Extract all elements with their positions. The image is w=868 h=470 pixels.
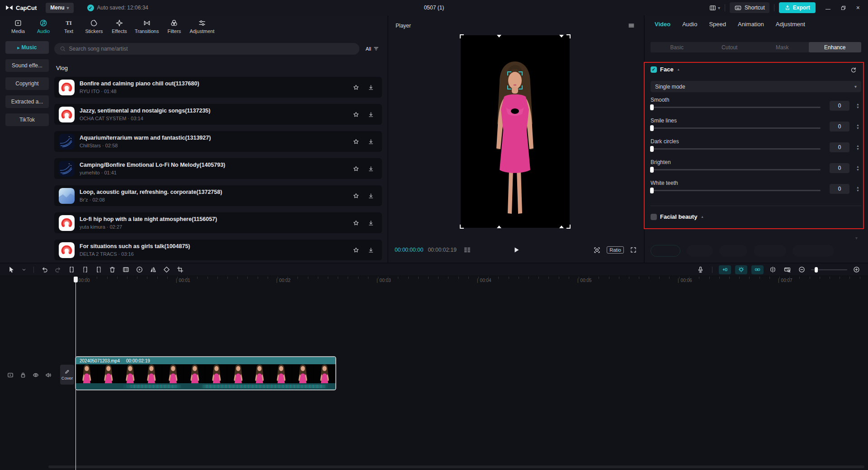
- split-button[interactable]: [66, 264, 77, 275]
- chevron-down-button[interactable]: [20, 266, 28, 274]
- selection-edge-handle[interactable]: [559, 35, 564, 38]
- collapsed-dropdown[interactable]: ▾: [651, 233, 861, 243]
- inspector-tab-video[interactable]: Video: [655, 21, 670, 28]
- song-row[interactable]: Jazzy, sentimental and nostalgic songs(1…: [54, 104, 382, 125]
- selection-corner-handle[interactable]: [566, 225, 571, 229]
- stepper-up-icon[interactable]: ▲: [856, 186, 859, 189]
- sidebar-item-copyright[interactable]: Copyright: [5, 77, 49, 90]
- preview-axis-button[interactable]: [768, 264, 778, 275]
- song-row[interactable]: Loop, acoustic guitar, refreshing. corpo…: [54, 185, 382, 206]
- download-button[interactable]: [366, 137, 376, 146]
- slider-thumb[interactable]: [650, 167, 654, 173]
- slider-track[interactable]: [651, 107, 821, 108]
- favorite-button[interactable]: [351, 110, 361, 119]
- preview-quality-button[interactable]: [592, 245, 602, 255]
- slider-thumb[interactable]: [650, 146, 654, 152]
- snapping-button[interactable]: [735, 265, 747, 274]
- stepper-down-icon[interactable]: ▼: [856, 189, 859, 192]
- inspector-subtab-basic[interactable]: Basic: [651, 42, 703, 52]
- song-row[interactable]: Bonfire and calming piano chill out(1137…: [54, 77, 382, 98]
- slider-value[interactable]: 0: [830, 184, 849, 194]
- stepper-up-icon[interactable]: ▲: [856, 124, 859, 127]
- media-tab-media[interactable]: Media: [6, 18, 30, 35]
- layout-button[interactable]: ▾: [709, 4, 720, 12]
- selection-corner-handle[interactable]: [566, 34, 571, 38]
- option-pill[interactable]: [754, 245, 786, 257]
- media-tab-filters[interactable]: Filters: [162, 18, 186, 35]
- favorite-button[interactable]: [351, 218, 361, 228]
- search-box[interactable]: [54, 43, 359, 55]
- track-height-button[interactable]: [782, 264, 793, 275]
- shortcut-button[interactable]: Shortcut: [730, 2, 769, 13]
- inspector-subtab-enhance[interactable]: Enhance: [809, 42, 862, 52]
- slider-track[interactable]: [651, 190, 821, 191]
- stepper-up-icon[interactable]: ▲: [856, 103, 859, 106]
- favorite-button[interactable]: [351, 164, 361, 174]
- time-ruler[interactable]: |00:00|00:01|00:02|00:03|00:04|00:05|00:…: [0, 277, 868, 287]
- favorite-button[interactable]: [351, 245, 361, 255]
- selection-edge-handle[interactable]: [497, 35, 501, 38]
- selection-corner-handle[interactable]: [460, 225, 464, 229]
- favorite-button[interactable]: [351, 83, 361, 92]
- slider-stepper[interactable]: ▲▼: [856, 122, 859, 132]
- freeze-frame-button[interactable]: [134, 264, 145, 275]
- favorite-button[interactable]: [351, 137, 361, 146]
- minimize-button[interactable]: [826, 5, 830, 11]
- linkage-button[interactable]: [751, 265, 764, 274]
- mirror-button[interactable]: [148, 264, 158, 275]
- download-button[interactable]: [366, 218, 376, 228]
- slider-thumb[interactable]: [650, 125, 654, 131]
- horizontal-scrollbar[interactable]: [48, 465, 864, 468]
- slider-value[interactable]: 0: [830, 122, 849, 132]
- slider-track[interactable]: [651, 169, 821, 170]
- cover-button[interactable]: Cover: [60, 365, 74, 385]
- inspector-tab-speed[interactable]: Speed: [709, 21, 726, 28]
- selection-edge-handle[interactable]: [497, 226, 501, 228]
- slider-track[interactable]: [651, 148, 821, 150]
- video-preview[interactable]: [461, 35, 570, 228]
- stepper-up-icon[interactable]: ▲: [856, 165, 859, 168]
- stepper-down-icon[interactable]: ▼: [856, 169, 859, 171]
- inspector-subtab-mask[interactable]: Mask: [756, 42, 809, 52]
- player-menu-button[interactable]: [626, 20, 637, 31]
- collapse-caret-icon[interactable]: ▴: [701, 215, 703, 219]
- selection-corner-handle[interactable]: [460, 34, 464, 38]
- inspector-tab-adjustment[interactable]: Adjustment: [776, 21, 805, 28]
- eye-button[interactable]: [31, 370, 41, 380]
- download-button[interactable]: [366, 191, 376, 201]
- collapse-caret-icon[interactable]: ▴: [678, 67, 679, 71]
- redo-button[interactable]: [53, 264, 63, 275]
- slider-stepper[interactable]: ▲▼: [856, 163, 859, 173]
- facial-beauty-checkbox[interactable]: [651, 214, 657, 220]
- download-button[interactable]: [366, 245, 376, 255]
- ratio-button[interactable]: Ratio: [607, 246, 624, 254]
- inspector-tab-audio[interactable]: Audio: [682, 21, 697, 28]
- song-row[interactable]: Aquarium/terrarium warm and fantastic(13…: [54, 131, 382, 152]
- media-tab-effects[interactable]: Effects: [108, 18, 131, 35]
- sidebar-item-extracted-a[interactable]: Extracted a...: [5, 95, 49, 108]
- sidebar-item-sound-effe[interactable]: Sound effe...: [5, 59, 49, 72]
- song-row[interactable]: Lo-fi hip hop with a late night atmosphe…: [54, 212, 382, 233]
- face-mode-select[interactable]: Single mode ▾: [651, 81, 861, 92]
- zoom-slider-thumb[interactable]: [815, 267, 818, 273]
- zoom-in-button[interactable]: [851, 264, 862, 275]
- option-pill[interactable]: [719, 245, 747, 257]
- slider-stepper[interactable]: ▲▼: [856, 184, 859, 194]
- select-tool-button[interactable]: [6, 264, 17, 275]
- slider-thumb[interactable]: [650, 188, 654, 193]
- search-input[interactable]: [69, 46, 354, 52]
- zoom-slider[interactable]: [811, 269, 847, 270]
- selection-edge-handle[interactable]: [559, 226, 564, 228]
- slider-track[interactable]: [651, 127, 821, 129]
- face-checkbox[interactable]: ✓: [651, 66, 657, 73]
- maximize-button[interactable]: [840, 5, 846, 11]
- split-right-button[interactable]: [94, 264, 104, 275]
- split-left-button[interactable]: [80, 264, 90, 275]
- stepper-down-icon[interactable]: ▼: [856, 106, 859, 109]
- slider-value[interactable]: 0: [830, 101, 849, 111]
- media-tab-text[interactable]: TIText: [57, 18, 80, 35]
- delete-button[interactable]: [107, 264, 118, 275]
- slider-stepper[interactable]: ▲▼: [856, 142, 859, 152]
- close-button[interactable]: ×: [856, 4, 860, 11]
- media-tab-stickers[interactable]: Stickers: [82, 18, 106, 35]
